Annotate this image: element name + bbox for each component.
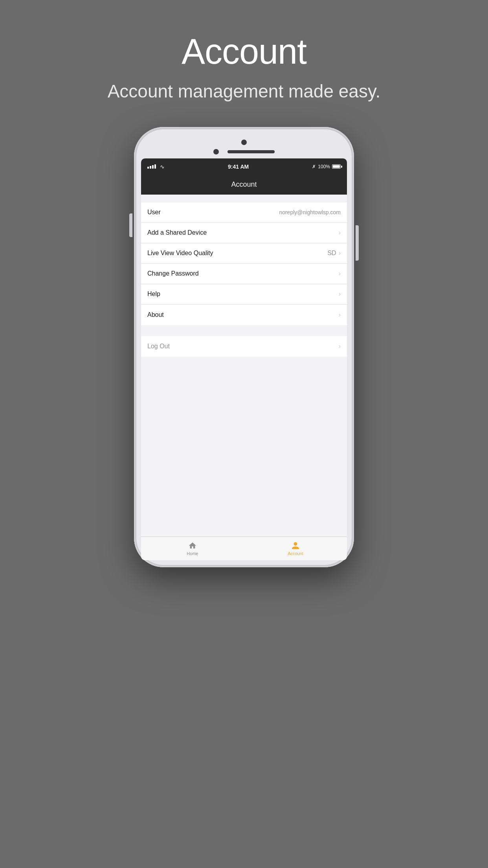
menu-item-user-right: noreply@nightowlsp.com [279,209,341,215]
section-middle-separator [141,325,347,336]
menu-item-user-left: User [147,209,161,216]
phone-screen: ∿ 9:41 AM ✗ 100% Account [141,158,347,560]
chevron-icon: › [339,291,341,298]
user-email: noreply@nightowlsp.com [279,209,341,215]
menu-item-add-shared-device-left: Add a Shared Device [147,229,207,236]
menu-item-logout[interactable]: Log Out › [141,336,347,357]
menu-item-help-right: › [339,291,341,298]
proximity-sensor [213,149,219,154]
tab-account-label: Account [288,551,303,556]
tab-account[interactable]: Account [244,537,347,560]
nav-title: Account [231,180,257,189]
signal-bar-3 [152,165,154,169]
menu-item-user[interactable]: User noreply@nightowlsp.com [141,202,347,223]
menu-item-about-right: › [339,311,341,318]
chevron-icon: › [339,270,341,277]
live-view-value: SD [327,250,336,257]
page-header: Account Account management made easy. [108,0,381,127]
front-camera [241,140,247,145]
menu-item-change-password-right: › [339,270,341,277]
menu-item-about-left: About [147,311,164,318]
chevron-icon: › [339,343,341,350]
menu-item-change-password-left: Change Password [147,270,199,277]
home-icon [188,541,197,550]
menu-section-2: Log Out › [141,336,347,357]
page-background: Account Account management made easy. [0,0,488,868]
menu-item-live-view-label: Live View Video Quality [147,250,213,257]
page-subtitle: Account management made easy. [108,80,381,103]
battery-fill [333,165,340,168]
signal-bar-2 [150,166,151,169]
chevron-icon: › [339,311,341,318]
menu-item-add-shared-device-right: › [339,229,341,236]
signal-bar-4 [154,164,156,169]
menu-item-change-password-label: Change Password [147,270,199,277]
chevron-icon: › [339,229,341,236]
page-title: Account [108,31,381,72]
tab-bar: Home Account [141,537,347,560]
menu-item-live-view-right: SD › [327,250,341,257]
signal-bar-1 [147,167,149,169]
phone-frame: ∿ 9:41 AM ✗ 100% Account [134,127,354,567]
wifi-icon: ∿ [160,164,165,170]
menu-item-change-password[interactable]: Change Password › [141,264,347,284]
tab-home[interactable]: Home [141,537,244,560]
nav-bar: Account [141,175,347,195]
menu-item-about[interactable]: About › [141,305,347,325]
scroll-content: User noreply@nightowlsp.com Add a Shared… [141,195,347,537]
menu-item-add-shared-device[interactable]: Add a Shared Device › [141,223,347,243]
bluetooth-icon: ✗ [312,164,316,169]
section-top-separator [141,195,347,202]
menu-item-logout-left: Log Out [147,343,170,350]
menu-item-help-label: Help [147,291,160,298]
earpiece-speaker [227,150,275,153]
menu-item-live-view[interactable]: Live View Video Quality SD › [141,243,347,264]
menu-item-logout-right: › [339,343,341,350]
menu-item-help-left: Help [147,291,160,298]
signal-bars [147,164,156,169]
battery-percent: 100% [318,164,330,169]
status-left: ∿ [147,164,165,170]
battery-icon [332,164,341,169]
tab-home-label: Home [187,551,198,556]
menu-item-add-shared-device-label: Add a Shared Device [147,229,207,236]
menu-section-1: User noreply@nightowlsp.com Add a Shared… [141,202,347,325]
chevron-icon: › [339,250,341,257]
status-right: ✗ 100% [312,164,341,169]
menu-item-live-view-left: Live View Video Quality [147,250,213,257]
menu-item-help[interactable]: Help › [141,284,347,305]
menu-item-logout-label: Log Out [147,343,170,350]
status-time: 9:41 AM [228,164,249,170]
status-bar: ∿ 9:41 AM ✗ 100% [141,158,347,175]
menu-item-about-label: About [147,311,164,318]
account-icon [291,541,300,550]
phone-top-elements [141,134,347,158]
menu-item-user-label: User [147,209,161,216]
bottom-grey-area [141,357,347,435]
